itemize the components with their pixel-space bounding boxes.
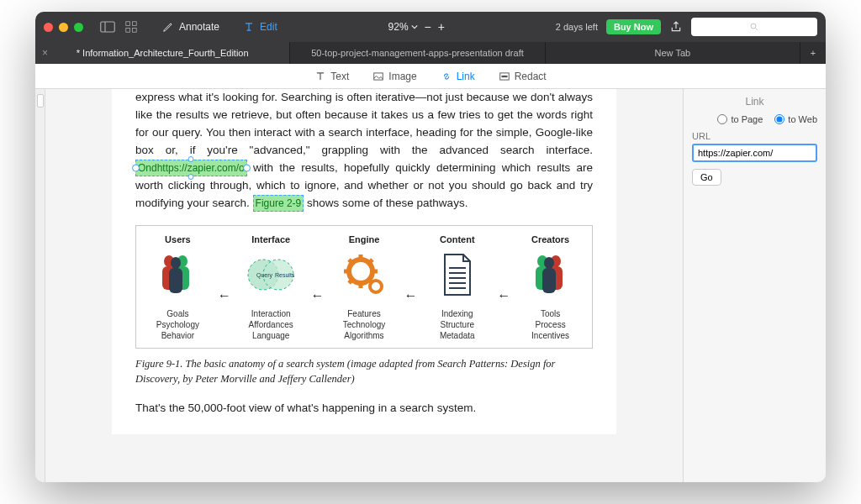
zoom-value: 92% (388, 21, 409, 33)
figure-col-engine: Engine Features Technology Algorithms (330, 234, 399, 341)
radio-to-web[interactable]: to Web (774, 114, 817, 124)
tab-new[interactable]: New Tab (546, 42, 800, 64)
close-window-button[interactable] (44, 23, 53, 32)
svg-rect-3 (133, 22, 137, 26)
editor-body: express what it's looking for. Searching… (35, 89, 826, 482)
svg-rect-10 (501, 75, 507, 76)
tool-link[interactable]: Link (441, 71, 475, 82)
tab-project-management-apps[interactable]: 50-top-project-management-apps-presentat… (290, 42, 545, 64)
tool-redact[interactable]: Redact (499, 71, 547, 82)
zoom-controls: 92% − + (388, 20, 445, 34)
radio-to-page-input[interactable] (717, 114, 727, 124)
radio-to-web-input[interactable] (774, 114, 784, 124)
people-group-icon (152, 249, 203, 300)
link-tool-icon (441, 71, 452, 82)
svg-rect-8 (374, 72, 383, 79)
radio-to-page[interactable]: to Page (717, 114, 763, 124)
minimize-window-button[interactable] (59, 23, 68, 32)
figure-header: Content (422, 234, 492, 244)
title-toolbar: Annotate Edit 92% − + 2 days left Buy No… (35, 12, 826, 42)
buy-now-button[interactable]: Buy Now (606, 19, 661, 34)
radio-label: to Web (788, 114, 817, 124)
chevron-down-icon (411, 24, 418, 30)
venn-icon: Query Results (241, 249, 300, 300)
people-group-icon (526, 249, 576, 300)
zoom-in-button[interactable]: + (438, 20, 445, 34)
svg-rect-2 (126, 22, 130, 26)
edit-mode-toolbar: Text Image Link Redact (35, 64, 826, 89)
body-paragraph-1: express what it's looking for. Searching… (135, 89, 593, 212)
arrow-icon: ← (497, 273, 510, 303)
link-annotation[interactable]: Figure 2-9 (253, 195, 304, 213)
link-annotation-selected[interactable]: Ondhttps://zapier.com/o (135, 160, 247, 177)
annotate-icon (162, 21, 174, 33)
tool-redact-label: Redact (515, 71, 547, 82)
gears-icon (339, 249, 389, 300)
tool-text-label: Text (330, 71, 349, 82)
tool-text[interactable]: Text (314, 71, 349, 82)
arrow-icon: ← (218, 273, 231, 303)
figure-col-users: Users Goals Psychology Behavior (143, 234, 213, 341)
svg-rect-41 (542, 268, 556, 293)
tab-label: 50-top-project-management-apps-presentat… (311, 48, 524, 58)
grid-view-icon[interactable] (124, 21, 139, 33)
figure-caption: Figure 9-1. The basic anatomy of a searc… (135, 357, 593, 386)
figure-sub: Features Technology Algorithms (330, 308, 399, 341)
document-canvas[interactable]: express what it's looking for. Searching… (45, 89, 683, 482)
body-paragraph-2: That's the 50,000-foot view of what's ha… (135, 400, 593, 417)
tab-label: * Information_Architecture_Fourth_Editio… (77, 48, 249, 58)
share-icon[interactable] (669, 20, 683, 34)
tab-close-icon[interactable]: × (42, 47, 48, 59)
tab-information-architecture[interactable]: × * Information_Architecture_Fourth_Edit… (35, 42, 290, 64)
svg-point-21 (349, 260, 372, 283)
zoom-dropdown[interactable]: 92% (388, 21, 418, 33)
document-tabstrip: × * Information_Architecture_Fourth_Edit… (35, 42, 826, 64)
left-gutter (35, 89, 45, 482)
svg-point-6 (751, 24, 756, 29)
svg-rect-5 (133, 29, 137, 33)
url-field-label: URL (692, 131, 817, 141)
text-tool-icon (314, 71, 326, 82)
svg-rect-16 (169, 268, 182, 293)
edit-label: Edit (260, 21, 277, 33)
url-input[interactable] (692, 144, 817, 162)
annotate-label: Annotate (179, 21, 219, 33)
svg-rect-4 (126, 29, 130, 33)
figure-sub: Tools Process Incentives (515, 308, 585, 341)
svg-rect-0 (101, 22, 115, 32)
annotate-button[interactable]: Annotate (162, 21, 219, 33)
sidebar-toggle-icon[interactable] (100, 21, 115, 33)
add-tab-button[interactable]: + (800, 42, 826, 64)
link-inspector-panel: Link to Page to Web URL Go (683, 89, 826, 482)
figure-header: Creators (515, 234, 585, 244)
text-run: express what it's looking for. Searching… (135, 91, 593, 156)
edit-button[interactable]: Edit (243, 21, 277, 33)
pdf-page: express what it's looking for. Searching… (112, 89, 616, 434)
text-run: shows some of these pathways. (307, 197, 467, 209)
panel-title: Link (692, 96, 817, 108)
tool-image[interactable]: Image (372, 71, 416, 82)
figure-header: Users (143, 234, 213, 244)
edit-text-icon (243, 21, 255, 33)
svg-line-29 (349, 280, 352, 283)
svg-text:Query: Query (256, 272, 273, 279)
svg-point-30 (370, 281, 382, 292)
figure-col-content: Content Indexing Structure Metadata (422, 234, 492, 341)
link-annotation-text: Ondhttps://zapier.com/o (138, 162, 245, 174)
arrow-icon: ← (311, 273, 325, 303)
svg-point-40 (544, 257, 554, 269)
figure-header: Engine (330, 234, 399, 244)
figure-header: Interface (236, 234, 306, 244)
figure-box: Users Goals Psychology Behavior ← Interf… (135, 225, 593, 349)
document-icon (436, 249, 478, 300)
link-target-radios: to Page to Web (692, 114, 817, 124)
figure-sub: Indexing Structure Metadata (422, 308, 492, 341)
image-tool-icon (372, 71, 384, 82)
svg-point-15 (171, 257, 181, 269)
zoom-out-button[interactable]: − (425, 20, 431, 34)
go-button[interactable]: Go (692, 169, 721, 186)
search-field[interactable] (691, 18, 817, 36)
fullscreen-window-button[interactable] (74, 23, 83, 32)
search-icon (749, 22, 759, 32)
gutter-handle[interactable] (37, 94, 44, 108)
